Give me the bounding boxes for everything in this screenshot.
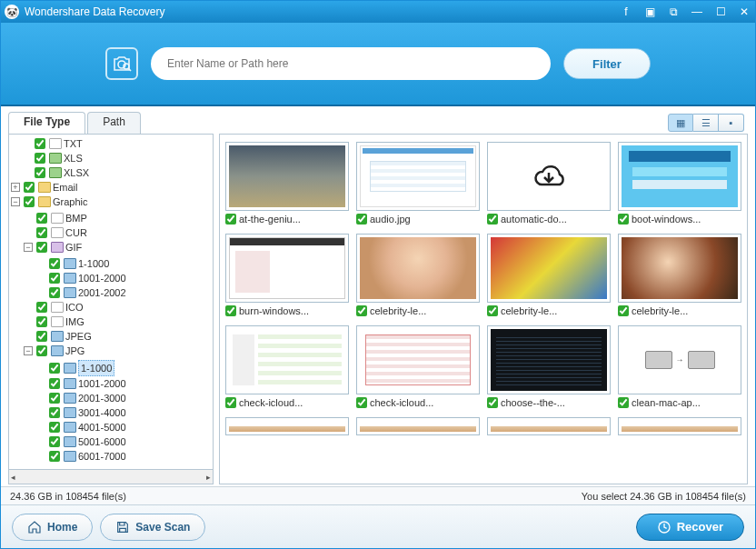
minimize-icon[interactable]: — (690, 5, 704, 19)
thumb-label: celebrity-le... (501, 305, 557, 316)
tree-check[interactable] (49, 436, 60, 447)
file-type-tree[interactable]: TXT XLS XLSX +Email −Graphic BMP CUR −GI… (8, 134, 214, 470)
range-icon (64, 436, 76, 447)
tree-pane: File Type Path TXT XLS XLSX +Email −Grap… (8, 112, 214, 484)
collapse-icon[interactable]: − (11, 197, 20, 206)
thumb-check[interactable] (356, 397, 367, 408)
thumb-check[interactable] (225, 214, 236, 225)
close-icon[interactable]: ✕ (737, 5, 751, 19)
maximize-icon[interactable]: ☐ (713, 5, 728, 19)
tree-check[interactable] (49, 407, 60, 418)
tab-path[interactable]: Path (87, 112, 141, 134)
tree-check[interactable] (35, 167, 45, 178)
tree-check[interactable] (49, 422, 60, 433)
thumbnail-item[interactable]: celebrity-le... (356, 234, 480, 316)
tree-label: 2001-2002 (78, 285, 126, 300)
save-scan-button[interactable]: Save Scan (100, 514, 205, 541)
tree-label: Email (53, 180, 78, 195)
tree-check[interactable] (35, 153, 45, 164)
thumb-label: boot-windows... (632, 214, 701, 225)
thumb-check[interactable] (618, 305, 629, 316)
tree-check[interactable] (49, 378, 60, 389)
home-button[interactable]: Home (12, 514, 93, 541)
tree-label: 5001-6000 (78, 434, 126, 449)
thumbnail-item[interactable]: automatic-do... (487, 142, 611, 225)
view-preview-button[interactable]: ▪ (719, 114, 744, 132)
save-scan-label: Save Scan (135, 521, 190, 534)
thumb-check[interactable] (487, 214, 498, 225)
settings-icon[interactable]: ⧉ (666, 5, 681, 19)
tree-check[interactable] (49, 393, 60, 404)
tree-label: GIF (65, 240, 82, 255)
tree-check[interactable] (49, 287, 60, 298)
tree-check[interactable] (35, 138, 45, 149)
filter-button[interactable]: Filter (563, 48, 651, 79)
save-icon (115, 520, 130, 534)
tab-file-type[interactable]: File Type (8, 112, 85, 134)
folder-icon (38, 196, 51, 207)
tree-check[interactable] (36, 331, 47, 342)
tree-check[interactable] (24, 182, 35, 193)
tree-label: 1-1000 (78, 256, 109, 271)
thumb-check[interactable] (225, 397, 236, 408)
thumbnail-item[interactable] (225, 417, 349, 435)
collapse-icon[interactable]: − (24, 243, 33, 252)
thumb-check[interactable] (487, 305, 498, 316)
share-icon[interactable]: ▣ (642, 5, 657, 19)
tree-check[interactable] (36, 242, 47, 253)
thumb-check[interactable] (618, 397, 629, 408)
thumbnail-item[interactable]: →clean-mac-ap... (618, 325, 741, 408)
thumbnail-item[interactable]: celebrity-le... (618, 234, 741, 316)
view-thumbnails-button[interactable]: ▦ (668, 114, 693, 132)
thumb-label: at-the-geniu... (239, 214, 301, 225)
file-icon (51, 213, 64, 224)
thumb-check[interactable] (356, 214, 367, 225)
thumbnail-item[interactable] (487, 417, 611, 435)
thumbnail-item[interactable]: at-the-geniu... (225, 142, 349, 225)
thumb-check[interactable] (356, 305, 367, 316)
status-bar: 24.36 GB in 108454 file(s) You select 24… (1, 486, 755, 504)
thumbnail-item[interactable] (618, 417, 741, 435)
file-icon (49, 167, 62, 178)
tree-check[interactable] (36, 345, 47, 356)
thumbnail-item[interactable] (356, 417, 480, 435)
thumb-check[interactable] (487, 397, 498, 408)
tree-label: 4001-5000 (78, 420, 126, 434)
thumbnail-item[interactable]: choose--the-... (487, 325, 611, 408)
tree-check[interactable] (49, 258, 60, 269)
tree-scrollbar[interactable]: ◂▸ (8, 470, 214, 484)
thumbnail-item[interactable]: audio.jpg (356, 142, 480, 225)
app-window: 🐼 Wondershare Data Recovery f ▣ ⧉ — ☐ ✕ … (0, 0, 756, 549)
thumbnail-item[interactable]: celebrity-le... (487, 234, 611, 316)
tree-check[interactable] (49, 273, 60, 284)
thumbnail-item[interactable]: boot-windows... (618, 142, 741, 225)
tree-label: 1001-2000 (78, 376, 126, 391)
facebook-icon[interactable]: f (619, 5, 633, 19)
tree-check[interactable] (49, 451, 60, 462)
tree-label-selected[interactable]: 1-1000 (78, 360, 114, 376)
expand-icon[interactable]: + (11, 183, 20, 192)
tree-check[interactable] (49, 363, 60, 374)
tree-check[interactable] (36, 227, 47, 238)
file-icon (51, 316, 64, 327)
tree-check[interactable] (36, 316, 47, 327)
tree-check[interactable] (36, 302, 47, 313)
search-input[interactable] (151, 47, 551, 80)
tree-check[interactable] (24, 196, 35, 207)
thumbnail-grid[interactable]: at-the-geniu... audio.jpg automatic-do..… (219, 134, 748, 484)
thumb-check[interactable] (618, 214, 629, 225)
tree-check[interactable] (36, 213, 47, 224)
thumbnail-item[interactable]: check-icloud... (225, 325, 349, 408)
range-icon (64, 393, 76, 404)
thumb-check[interactable] (225, 305, 236, 316)
range-icon (64, 258, 76, 269)
collapse-icon[interactable]: − (24, 346, 33, 355)
recover-label: Recover (677, 520, 723, 534)
tree-label: 2001-3000 (78, 391, 126, 405)
file-icon (51, 345, 64, 356)
view-list-button[interactable]: ☰ (693, 114, 719, 132)
thumbnail-item[interactable]: burn-windows... (225, 234, 349, 316)
recover-button[interactable]: Recover (636, 514, 744, 541)
thumb-label: celebrity-le... (370, 305, 426, 316)
thumbnail-item[interactable]: check-icloud... (356, 325, 480, 408)
